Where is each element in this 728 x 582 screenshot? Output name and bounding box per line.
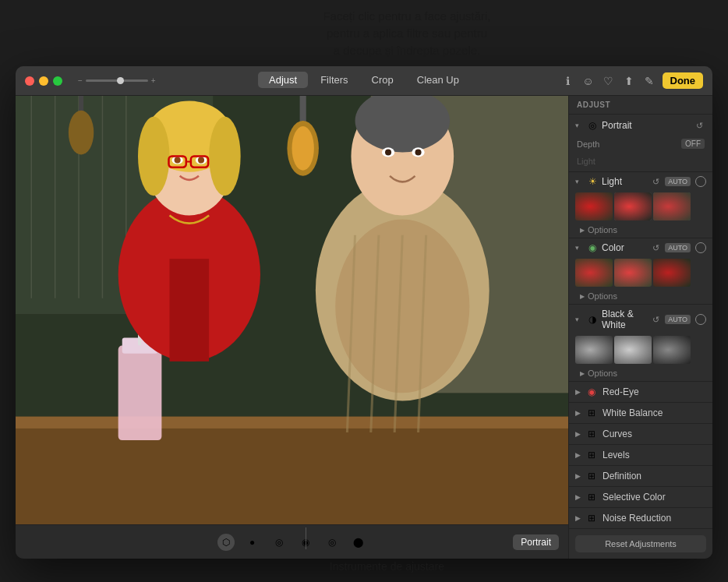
photo-container — [16, 96, 568, 524]
portrait-reset-icon[interactable]: ↺ — [692, 118, 706, 132]
redeye-item[interactable]: ▶ ◉ Red-Eye — [569, 382, 712, 403]
tab-filters[interactable]: Filters — [309, 72, 359, 88]
color-options-label: Options — [588, 291, 617, 301]
color-thumb-1[interactable] — [575, 259, 613, 287]
levels-label: Levels — [603, 450, 630, 460]
bw-section-header[interactable]: ▾ ◑ Black & White ↺ AUTO — [569, 305, 712, 334]
selectivecolor-chevron-icon: ▶ — [575, 493, 581, 501]
circle5-icon: ⬤ — [353, 537, 363, 548]
bw-chevron-icon: ▾ — [575, 316, 583, 323]
svg-point-26 — [198, 157, 204, 164]
portrait-section: ▾ ◎ Portrait ↺ Depth OFF Light — [569, 115, 712, 172]
svg-point-9 — [292, 126, 314, 171]
light-options-row[interactable]: ▶ Options — [569, 224, 712, 238]
photo-area: ⬡ ● ◎ ◉ ◎ ⬤ Portrait — [16, 96, 568, 559]
reset-adjustments-button[interactable]: Reset Adjustments — [575, 535, 706, 552]
noisereduction-icon: ⊞ — [585, 512, 598, 524]
portrait-button[interactable]: Portrait — [513, 534, 559, 550]
portrait-icon: ◎ — [586, 120, 599, 131]
svg-rect-13 — [16, 417, 568, 524]
photo-image — [16, 96, 568, 524]
light-label: Light — [602, 176, 649, 187]
edit-icon[interactable]: ✎ — [642, 74, 656, 88]
tool-circle2-button[interactable]: ◎ — [270, 534, 288, 551]
svg-rect-15 — [118, 346, 162, 441]
svg-point-11 — [69, 111, 94, 155]
done-button[interactable]: Done — [663, 72, 704, 89]
tool-circle5-button[interactable]: ⬤ — [350, 534, 367, 551]
noisereduction-item[interactable]: ▶ ⊞ Noise Reduction — [569, 508, 712, 529]
light-thumb-3[interactable] — [653, 192, 691, 220]
tooltip-line3: a decupa și îndrepta pozele. — [334, 44, 480, 57]
portrait-light-row: Light — [569, 152, 712, 171]
maximize-button[interactable] — [53, 76, 62, 86]
emoji-icon[interactable]: ☺ — [581, 74, 595, 88]
curves-label: Curves — [603, 429, 632, 439]
light-section: ▾ ☀ Light ↺ AUTO — [569, 172, 712, 238]
bw-thumb-1[interactable] — [575, 336, 613, 364]
bw-reset-icon[interactable]: ↺ — [652, 315, 659, 325]
tooltip-line1: Faceți clic pentru a face ajustări, — [323, 9, 490, 23]
tab-adjust[interactable]: Adjust — [258, 72, 308, 88]
light-icon: ☀ — [586, 176, 599, 187]
bw-options-row[interactable]: ▶ Options — [569, 367, 712, 381]
tool-circle1-button[interactable]: ● — [244, 534, 261, 551]
tool-circle4-button[interactable]: ◎ — [323, 534, 341, 551]
light-reset-icon[interactable]: ↺ — [652, 177, 659, 187]
content-area: ⬡ ● ◎ ◉ ◎ ⬤ Portrait — [16, 96, 712, 559]
light-circle-button[interactable] — [695, 176, 706, 187]
tab-cleanup[interactable]: Clean Up — [406, 72, 470, 88]
share-icon[interactable]: ⬆ — [622, 74, 636, 88]
selectivecolor-label: Selective Color — [603, 492, 666, 503]
info-icon[interactable]: ℹ — [561, 74, 575, 88]
levels-icon: ⊞ — [585, 449, 598, 461]
color-label: Color — [602, 242, 649, 253]
definition-icon: ⊞ — [585, 470, 598, 482]
slider-max-icon: + — [151, 76, 156, 85]
color-icon: ◉ — [586, 242, 599, 253]
levels-item[interactable]: ▶ ⊞ Levels — [569, 445, 712, 466]
depth-label: Depth — [577, 139, 678, 149]
selectivecolor-icon: ⊞ — [585, 491, 598, 503]
bw-thumb-2[interactable] — [614, 336, 652, 364]
close-button[interactable] — [25, 76, 34, 86]
bw-icon: ◑ — [586, 314, 599, 325]
svg-rect-30 — [170, 259, 210, 362]
noisereduction-label: Noise Reduction — [603, 513, 671, 524]
brightness-slider[interactable] — [86, 79, 148, 82]
traffic-lights — [25, 76, 62, 86]
bw-circle-button[interactable] — [695, 314, 706, 325]
definition-item[interactable]: ▶ ⊞ Definition — [569, 466, 712, 487]
light-thumbnails — [569, 191, 712, 224]
titlebar-right: ℹ ☺ ♡ ⬆ ✎ Done — [561, 72, 704, 89]
tab-crop[interactable]: Crop — [361, 72, 405, 88]
light-thumb-1[interactable] — [575, 192, 613, 220]
whitebalance-item[interactable]: ▶ ⊞ White Balance — [569, 403, 712, 424]
hex-icon: ⬡ — [222, 537, 230, 548]
tool-hex-button[interactable]: ⬡ — [217, 534, 235, 551]
light-section-header[interactable]: ▾ ☀ Light ↺ AUTO — [569, 172, 712, 191]
svg-point-22 — [209, 117, 241, 196]
circle4-icon: ◎ — [328, 537, 336, 548]
curves-item[interactable]: ▶ ⊞ Curves — [569, 424, 712, 445]
color-thumb-2[interactable] — [614, 259, 652, 287]
color-thumb-3[interactable] — [653, 259, 691, 287]
bw-thumb-3[interactable] — [653, 336, 691, 364]
color-options-row[interactable]: ▶ Options — [569, 290, 712, 304]
selectivecolor-item[interactable]: ▶ ⊞ Selective Color — [569, 487, 712, 508]
svg-point-21 — [138, 117, 170, 196]
light-options-label: Options — [588, 225, 617, 235]
heart-icon[interactable]: ♡ — [602, 74, 616, 88]
light-thumb-2[interactable] — [614, 192, 652, 220]
color-circle-button[interactable] — [695, 242, 706, 253]
color-reset-icon[interactable]: ↺ — [652, 243, 659, 253]
whitebalance-chevron-icon: ▶ — [575, 409, 581, 417]
tab-bar: Adjust Filters Crop Clean Up — [258, 72, 470, 88]
minimize-button[interactable] — [39, 76, 48, 86]
color-section-header[interactable]: ▾ ◉ Color ↺ AUTO — [569, 238, 712, 257]
portrait-section-header[interactable]: ▾ ◎ Portrait ↺ — [569, 115, 712, 136]
circle2-icon: ◎ — [275, 537, 283, 548]
bw-options-chevron-icon: ▶ — [580, 370, 585, 377]
definition-chevron-icon: ▶ — [575, 472, 581, 480]
panel-header: ADJUST — [569, 96, 712, 115]
